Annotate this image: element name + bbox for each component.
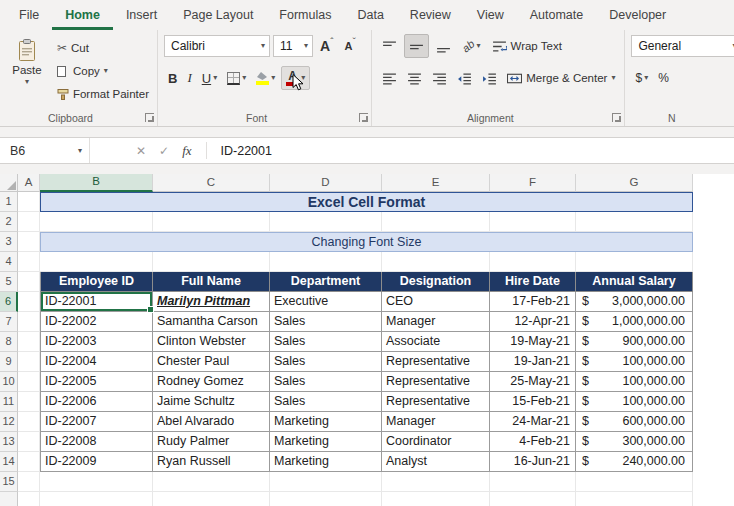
- cell-d2[interactable]: [270, 212, 382, 232]
- cancel-button[interactable]: ✕: [136, 144, 146, 158]
- underline-button[interactable]: U▾: [198, 66, 221, 90]
- row-header-3[interactable]: 3: [0, 232, 18, 252]
- cell-b16[interactable]: [40, 492, 153, 506]
- percent-style-button[interactable]: %: [654, 66, 673, 90]
- orientation-button[interactable]: ab▾: [458, 34, 484, 58]
- cell-a15[interactable]: [18, 472, 40, 492]
- tab-home[interactable]: Home: [52, 0, 113, 30]
- cell-d4[interactable]: [270, 252, 382, 272]
- cell-c16[interactable]: [153, 492, 270, 506]
- cell-g10[interactable]: $100,000.00: [576, 372, 693, 392]
- row-header-12[interactable]: 12: [0, 412, 18, 432]
- cell-a14[interactable]: [18, 452, 40, 472]
- cell-e13[interactable]: Coordinator: [382, 432, 490, 452]
- table-header-c5[interactable]: Full Name: [153, 272, 270, 292]
- cell-g11[interactable]: $100,000.00: [576, 392, 693, 412]
- cell-g15[interactable]: [576, 472, 693, 492]
- cell-a6[interactable]: [18, 292, 40, 312]
- cut-button[interactable]: ✂ Cut: [54, 38, 152, 58]
- select-all-button[interactable]: [0, 174, 18, 192]
- alignment-dialog-launcher[interactable]: [612, 113, 621, 122]
- cell-e6[interactable]: CEO: [382, 292, 490, 312]
- cell-b10[interactable]: ID-22005: [40, 372, 153, 392]
- cell-f14[interactable]: 16-Jun-21: [490, 452, 576, 472]
- cell-b2[interactable]: [40, 212, 153, 232]
- copy-button[interactable]: Copy ▾: [54, 61, 152, 81]
- decrease-font-size-button[interactable]: Aˇ: [340, 34, 359, 58]
- cell-f7[interactable]: 12-Apr-21: [490, 312, 576, 332]
- cell-e12[interactable]: Manager: [382, 412, 490, 432]
- cell-f8[interactable]: 19-May-21: [490, 332, 576, 352]
- column-header-e[interactable]: E: [382, 174, 490, 192]
- cell-d12[interactable]: Marketing: [270, 412, 382, 432]
- bold-button[interactable]: B: [164, 66, 181, 90]
- cell-b11[interactable]: ID-22006: [40, 392, 153, 412]
- cell-c10[interactable]: Rodney Gomez: [153, 372, 270, 392]
- row-header-15[interactable]: 15: [0, 472, 18, 492]
- cell-b4[interactable]: [40, 252, 153, 272]
- column-header-b[interactable]: B: [40, 174, 153, 192]
- cell-g8[interactable]: $900,000.00: [576, 332, 693, 352]
- cell-d14[interactable]: Marketing: [270, 452, 382, 472]
- subtitle-banner[interactable]: Changing Font Size: [40, 232, 693, 252]
- cell-a3[interactable]: [18, 232, 40, 252]
- row-header-4[interactable]: 4: [0, 252, 18, 272]
- cell-c14[interactable]: Ryan Russell: [153, 452, 270, 472]
- cell-f12[interactable]: 24-Mar-21: [490, 412, 576, 432]
- clipboard-dialog-launcher[interactable]: [145, 113, 154, 122]
- table-header-d5[interactable]: Department: [270, 272, 382, 292]
- cell-a7[interactable]: [18, 312, 40, 332]
- cell-f16[interactable]: [490, 492, 576, 506]
- row-header-5[interactable]: 5: [0, 272, 18, 292]
- cell-c6[interactable]: Marilyn Pittman: [153, 292, 270, 312]
- cell-a2[interactable]: [18, 212, 40, 232]
- cell-d15[interactable]: [270, 472, 382, 492]
- format-painter-button[interactable]: Format Painter: [54, 84, 152, 104]
- cell-f13[interactable]: 4-Feb-21: [490, 432, 576, 452]
- tab-file[interactable]: File: [6, 0, 52, 30]
- cell-f11[interactable]: 15-Feb-21: [490, 392, 576, 412]
- bottom-align-button[interactable]: [432, 34, 455, 58]
- cell-f6[interactable]: 17-Feb-21: [490, 292, 576, 312]
- cell-e7[interactable]: Manager: [382, 312, 490, 332]
- align-left-button[interactable]: [378, 66, 401, 90]
- table-header-f5[interactable]: Hire Date: [490, 272, 576, 292]
- increase-indent-button[interactable]: [478, 66, 501, 90]
- cell-f15[interactable]: [490, 472, 576, 492]
- row-header-13[interactable]: 13: [0, 432, 18, 452]
- cell-g2[interactable]: [576, 212, 693, 232]
- fill-color-button[interactable]: ▾: [252, 66, 279, 90]
- cell-c4[interactable]: [153, 252, 270, 272]
- cell-d16[interactable]: [270, 492, 382, 506]
- cell-a5[interactable]: [18, 272, 40, 292]
- cell-e2[interactable]: [382, 212, 490, 232]
- cell-e9[interactable]: Representative: [382, 352, 490, 372]
- font-name-select[interactable]: Calibri ▾: [164, 35, 270, 57]
- cell-e16[interactable]: [382, 492, 490, 506]
- cell-a12[interactable]: [18, 412, 40, 432]
- cell-a13[interactable]: [18, 432, 40, 452]
- name-box[interactable]: B6 ▾: [0, 138, 90, 163]
- column-header-g[interactable]: G: [576, 174, 693, 192]
- accounting-format-button[interactable]: $▾: [631, 66, 652, 90]
- row-header-7[interactable]: 7: [0, 312, 18, 332]
- cell-b12[interactable]: ID-22007: [40, 412, 153, 432]
- cell-c15[interactable]: [153, 472, 270, 492]
- cell-a16[interactable]: [18, 492, 40, 506]
- cell-e11[interactable]: Representative: [382, 392, 490, 412]
- row-header-2[interactable]: 2: [0, 212, 18, 232]
- cell-f10[interactable]: 25-May-21: [490, 372, 576, 392]
- borders-button[interactable]: ▾: [223, 66, 250, 90]
- tab-developer[interactable]: Developer: [596, 0, 679, 30]
- row-header-6[interactable]: 6: [0, 292, 18, 312]
- cell-b6[interactable]: ID-22001: [40, 292, 153, 312]
- cell-e10[interactable]: Representative: [382, 372, 490, 392]
- column-header-d[interactable]: D: [270, 174, 382, 192]
- title-banner[interactable]: Excel Cell Format: [40, 192, 693, 212]
- table-header-g5[interactable]: Annual Salary: [576, 272, 693, 292]
- cell-b8[interactable]: ID-22003: [40, 332, 153, 352]
- font-color-button[interactable]: A ▾: [281, 66, 310, 90]
- merge-center-button[interactable]: Merge & Center ▾: [503, 66, 619, 90]
- increase-font-size-button[interactable]: Aˆ: [316, 34, 337, 58]
- top-align-button[interactable]: [378, 34, 401, 58]
